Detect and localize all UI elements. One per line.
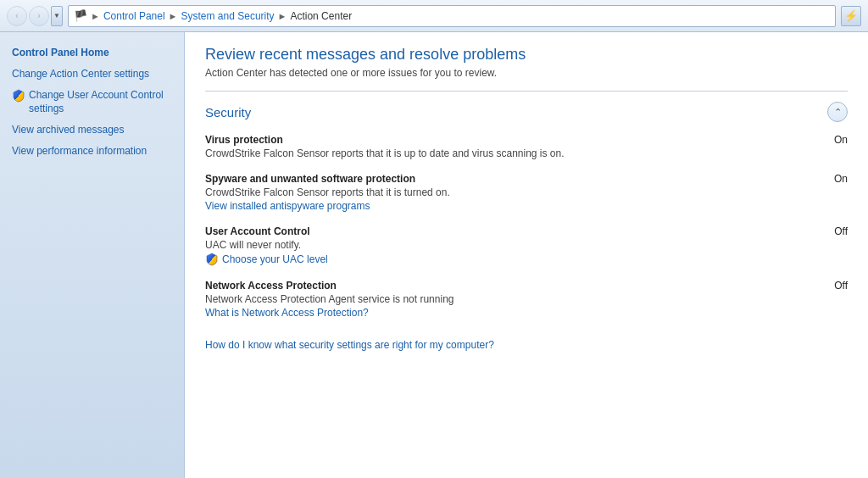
sidebar-change-uac-label: Change User Account Control settings xyxy=(29,88,172,117)
address-bar: ‹ › ▼ 🏴 ► Control Panel ► System and Sec… xyxy=(0,0,868,32)
network-access-status: Off xyxy=(814,280,848,292)
sidebar-view-performance[interactable]: View performance information xyxy=(0,141,184,162)
main-area: Control Panel Home Change Action Center … xyxy=(0,32,868,478)
virus-protection-row: Virus protection On xyxy=(205,134,848,146)
spyware-protection-status: On xyxy=(814,173,848,185)
breadcrumb-control-panel[interactable]: Control Panel xyxy=(103,10,165,22)
what-is-nap-link[interactable]: What is Network Access Protection? xyxy=(205,307,369,319)
network-access-desc: Network Access Protection Agent service … xyxy=(205,293,848,305)
uac-link-row: Choose your UAC level xyxy=(205,253,848,266)
virus-protection-name: Virus protection xyxy=(205,134,283,146)
sidebar-view-archived[interactable]: View archived messages xyxy=(0,119,184,141)
network-access-name: Network Access Protection xyxy=(205,280,337,292)
view-antispyware-link[interactable]: View installed antispyware programs xyxy=(205,200,370,212)
sidebar: Control Panel Home Change Action Center … xyxy=(0,32,185,478)
spyware-protection-item: Spyware and unwanted software protection… xyxy=(205,173,848,212)
uac-item: User Account Control Off UAC will never … xyxy=(205,225,848,266)
breadcrumb-sep-2: ► xyxy=(169,11,178,21)
choose-uac-level-link[interactable]: Choose your UAC level xyxy=(222,253,328,265)
breadcrumb-bar: 🏴 ► Control Panel ► System and Security … xyxy=(68,5,836,27)
sidebar-control-panel-home[interactable]: Control Panel Home xyxy=(0,42,184,64)
virus-protection-item: Virus protection On CrowdStrike Falcon S… xyxy=(205,134,848,159)
virus-protection-desc: CrowdStrike Falcon Sensor reports that i… xyxy=(205,147,848,159)
content-pane: Review recent messages and resolve probl… xyxy=(185,32,868,478)
sidebar-change-uac[interactable]: Change User Account Control settings xyxy=(0,85,184,120)
spyware-protection-row: Spyware and unwanted software protection… xyxy=(205,173,848,185)
breadcrumb-action-center: Action Center xyxy=(290,10,352,22)
breadcrumb-system-security[interactable]: System and Security xyxy=(181,10,275,22)
page-title: Review recent messages and resolve probl… xyxy=(205,46,848,64)
network-access-row: Network Access Protection Off xyxy=(205,280,848,292)
page-subtitle: Action Center has detected one or more i… xyxy=(205,67,848,79)
back-button[interactable]: ‹ xyxy=(7,6,27,26)
network-access-item: Network Access Protection Off Network Ac… xyxy=(205,280,848,319)
security-collapse-button[interactable]: ⌃ xyxy=(827,102,848,122)
breadcrumb-sep-1: ► xyxy=(91,11,100,21)
security-section-title: Security xyxy=(205,105,251,119)
uac-row: User Account Control Off xyxy=(205,225,848,237)
shield-uac-icon xyxy=(12,89,25,103)
sidebar-change-action-center[interactable]: Change Action Center settings xyxy=(0,64,184,85)
spyware-protection-desc: CrowdStrike Falcon Sensor reports that i… xyxy=(205,186,848,198)
virus-protection-status: On xyxy=(814,134,848,146)
refresh-button[interactable]: ⚡ xyxy=(841,6,861,26)
spyware-protection-name: Spyware and unwanted software protection xyxy=(205,173,415,185)
nav-buttons: ‹ › ▼ xyxy=(7,6,63,26)
shield-uac-small-icon xyxy=(205,253,219,266)
bottom-link-section: How do I know what security settings are… xyxy=(205,332,848,351)
breadcrumb-flag-icon: 🏴 xyxy=(74,9,87,22)
divider xyxy=(205,91,848,92)
breadcrumb-sep-3: ► xyxy=(278,11,287,21)
security-settings-help-link[interactable]: How do I know what security settings are… xyxy=(205,339,494,351)
uac-status: Off xyxy=(814,225,848,237)
uac-name: User Account Control xyxy=(205,225,310,237)
nav-dropdown-button[interactable]: ▼ xyxy=(51,6,63,26)
security-section-header: Security ⌃ xyxy=(205,102,848,122)
uac-desc: UAC will never notify. xyxy=(205,239,848,251)
forward-button[interactable]: › xyxy=(29,6,49,26)
